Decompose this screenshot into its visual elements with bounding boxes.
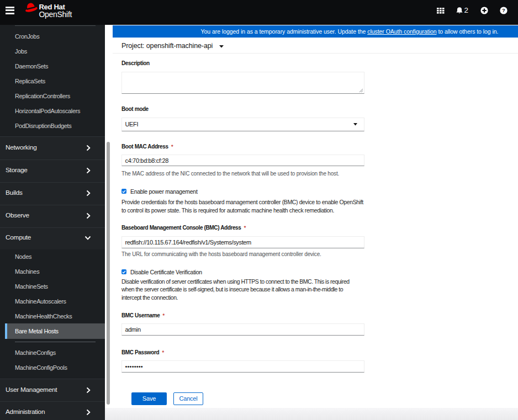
- svg-text:?: ?: [502, 7, 505, 13]
